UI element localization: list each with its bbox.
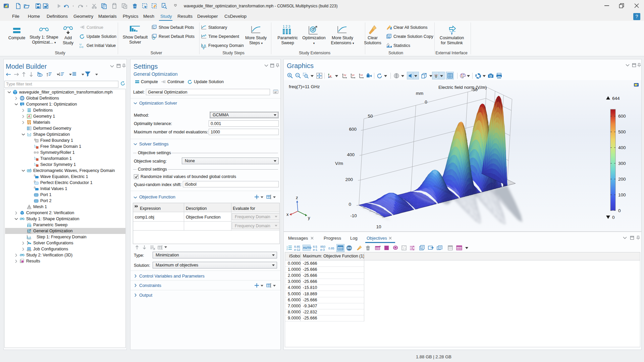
svg-text:xz: xz	[361, 73, 363, 76]
svg-text:200: 200	[345, 177, 353, 182]
svg-text:y: y	[308, 215, 310, 220]
svg-text:freq(7)=11 GHz: freq(7)=11 GHz	[289, 84, 320, 89]
svg-text:400: 400	[347, 152, 355, 157]
svg-text:xy: xy	[344, 73, 346, 76]
svg-text:mm: mm	[416, 91, 424, 96]
svg-text:1 2 3: 1 2 3	[283, 25, 290, 28]
svg-text:600: 600	[618, 114, 626, 119]
svg-text:Ω: Ω	[21, 103, 23, 106]
svg-text:123: 123	[27, 223, 31, 225]
svg-text:500: 500	[618, 129, 626, 134]
svg-text:2: 2	[286, 248, 288, 250]
svg-text:-50: -50	[471, 87, 478, 92]
svg-text:300: 300	[618, 161, 626, 166]
svg-text:50: 50	[368, 114, 373, 119]
svg-text:400: 400	[618, 145, 626, 150]
svg-text:0: 0	[425, 100, 427, 105]
svg-text:V/m: V/m	[335, 161, 343, 166]
svg-text:yz: yz	[352, 73, 355, 76]
svg-text:t=0: t=0	[79, 46, 84, 49]
svg-text:z: z	[296, 195, 298, 200]
svg-text:644: 644	[612, 96, 620, 101]
svg-text:0: 0	[618, 208, 621, 213]
svg-text:x: x	[286, 212, 289, 217]
svg-text:200: 200	[618, 177, 626, 182]
svg-text:0: 0	[612, 215, 615, 220]
svg-text:Electric field norm (V/m): Electric field norm (V/m)	[438, 85, 487, 90]
svg-text:100: 100	[618, 192, 626, 197]
svg-text:600: 600	[349, 127, 357, 132]
svg-text:10: 10	[376, 224, 381, 229]
svg-text:-10: -10	[350, 213, 357, 218]
svg-text:A: A	[28, 114, 30, 118]
svg-text:1: 1	[286, 246, 288, 248]
svg-text:0: 0	[348, 202, 351, 207]
